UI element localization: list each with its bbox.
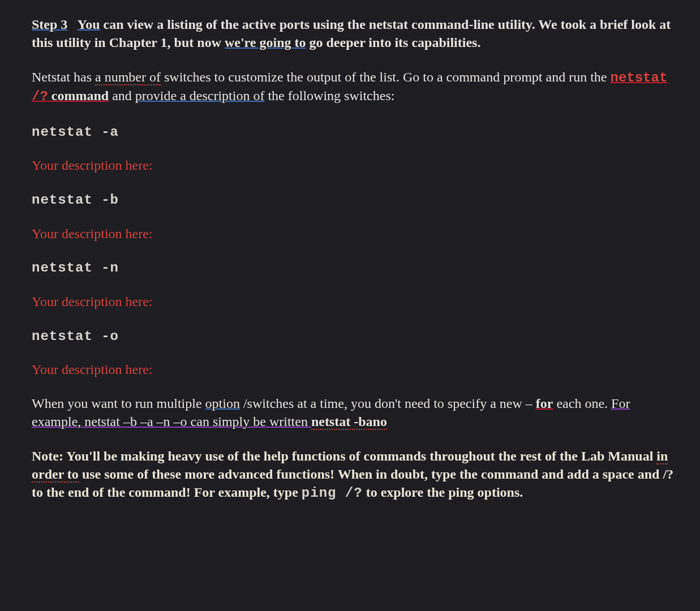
note-part3: to explore the ping options. [363,485,523,500]
note-paragraph: Note: You'll be making heavy use of the … [32,448,677,502]
desc-block-4: Your description here: [32,361,677,379]
p2-mid2: and [109,88,135,103]
cmd-block-2: netstat -b [32,191,677,209]
step-label: Step 3 [32,17,67,32]
cmd-3: netstat -n [32,260,119,276]
p3-example-bold: netstat -bano [311,414,387,430]
p3-option: option [205,396,240,411]
cmd-block-4: netstat -o [32,327,677,346]
p3-mid1: /switches at a time, you don't need to s… [240,396,536,411]
p2-a-number-of: a number of [95,70,161,85]
intro-tail: go deeper into its capabilities. [306,35,481,50]
desc-2: Your description here: [32,226,153,241]
intro-underlined: we're going to [225,35,306,50]
p2-pre: Netstat has [32,70,95,84]
combined-switches-paragraph: When you want to run multiple option /sw… [32,395,677,431]
step3-intro-paragraph: Step 3 You can view a listing of the act… [32,16,677,51]
desc-3: Your description here: [32,294,153,309]
cmd-block-3: netstat -n [32,259,677,277]
p2-mid1: switches to customize the output of the … [161,70,611,84]
intro-text-1 [71,17,77,32]
cmd-4: netstat -o [32,329,119,344]
p3-pre: When you want to run multiple [32,396,205,411]
note-cmd: ping /? [302,485,363,501]
desc-block-2: Your description here: [32,225,677,243]
intro-you: You [77,17,100,32]
note-label: Note: [32,449,66,463]
desc-1: Your description here: [32,158,153,173]
p3-for: for [536,396,553,411]
p3-mid2: each one. [553,396,611,411]
cmd-1: netstat -a [32,124,119,140]
p2-tail: the following switches: [264,88,394,103]
note-part1: You'll be making heavy use of the help f… [66,449,656,463]
cmd-2: netstat -b [32,192,119,208]
desc-block-3: Your description here: [32,293,677,311]
netstat-switches-paragraph: Netstat has a number of switches to cust… [32,68,677,105]
desc-block-1: Your description here: [32,157,677,175]
cmd-block-1: netstat -a [32,123,677,141]
desc-4: Your description here: [32,362,153,377]
p2-provide: provide a description of [135,88,265,103]
p2-command: command [48,88,109,103]
document-page: Step 3 You can view a listing of the act… [0,0,700,611]
